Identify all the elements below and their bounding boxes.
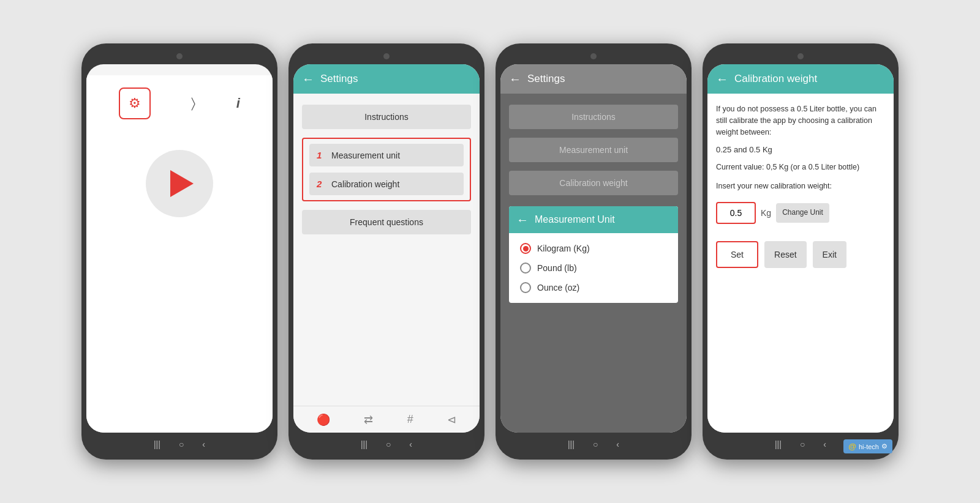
- nav-home-icon[interactable]: ○: [386, 439, 391, 449]
- phone1-camera: [176, 53, 183, 59]
- phone1-bottom-bar: ||| ○ ‹: [86, 435, 273, 453]
- reset-button[interactable]: Reset: [764, 241, 807, 268]
- phone2-bottom-nav: 🔴 ⇄ # ⊲: [293, 406, 480, 433]
- phone4-camera: [797, 53, 804, 59]
- instructions-button[interactable]: Instructions: [302, 105, 471, 129]
- change-unit-button[interactable]: Change Unit: [776, 203, 829, 223]
- nav-menu-icon[interactable]: |||: [568, 439, 575, 449]
- nav-home-icon[interactable]: ○: [593, 439, 598, 449]
- phone4-header-title: Calibration weight: [734, 73, 817, 85]
- radio-option-lb[interactable]: Pound (lb): [520, 263, 667, 274]
- phone2-header-title: Settings: [320, 73, 358, 85]
- calibration-weight-item[interactable]: 2 Calibration weight: [309, 173, 464, 195]
- radio-option-kg[interactable]: Kilogram (Kg): [520, 243, 667, 254]
- item2-label: Calibration weight: [331, 179, 399, 189]
- phone1-top-bar: [86, 50, 273, 63]
- measurement-unit-popup: ← Measurement Unit Kilogram (Kg) Pound (…: [509, 206, 678, 303]
- radio-outer-lb[interactable]: [520, 263, 531, 274]
- nav-home-icon[interactable]: ○: [179, 439, 184, 449]
- play-triangle-icon: [170, 170, 194, 197]
- set-button[interactable]: Set: [716, 241, 758, 268]
- phone3-calibration-btn: Calibration weight: [509, 171, 678, 195]
- phone2-screen: ← Settings Instructions 1 Measurement un…: [293, 64, 480, 433]
- measurement-unit-item[interactable]: 1 Measurement unit: [309, 144, 464, 166]
- calibration-unit-label: Kg: [761, 208, 771, 218]
- phone1-status-bar: [86, 64, 273, 75]
- popup-back-arrow[interactable]: ←: [516, 213, 529, 227]
- info-icon[interactable]: i: [236, 95, 240, 111]
- phone1-top-icons: ⚙ 〉 i: [99, 88, 260, 119]
- calibration-current-value: Current value: 0,5 Kg (or a 0.5 Liter bo…: [716, 162, 885, 173]
- radio-outer-kg[interactable]: [520, 243, 531, 254]
- phone4-screen: ← Calibration weight If you do not posse…: [707, 64, 894, 433]
- item1-label: Measurement unit: [331, 151, 400, 160]
- bottom-nav-share-icon[interactable]: ⊲: [447, 413, 456, 427]
- share-icon[interactable]: 〉: [191, 95, 195, 111]
- phone-1: ⚙ 〉 i ||| ○ ‹: [81, 43, 277, 460]
- item2-number: 2: [317, 179, 325, 189]
- watermark: @ hi-tech ⚙: [843, 439, 892, 453]
- phone1-screen: ⚙ 〉 i: [86, 64, 273, 433]
- phone4-header: ← Calibration weight: [707, 64, 894, 94]
- bottom-nav-hash-icon[interactable]: #: [407, 413, 413, 426]
- bottom-nav-transfer-icon[interactable]: ⇄: [364, 413, 373, 427]
- nav-back-icon[interactable]: ‹: [616, 439, 619, 449]
- phone2-content: Instructions 1 Measurement unit 2 Calibr…: [293, 94, 480, 406]
- phone1-content: ⚙ 〉 i: [86, 75, 273, 433]
- watermark-at-symbol: @: [848, 442, 856, 451]
- phone3-back-arrow: ←: [509, 72, 521, 86]
- phone2-top-bar: [293, 50, 480, 63]
- phone-4: ← Calibration weight If you do not posse…: [703, 43, 899, 460]
- phone2-header: ← Settings: [293, 64, 480, 94]
- phone4-back-arrow[interactable]: ←: [716, 72, 728, 86]
- phone3-header-title: Settings: [527, 73, 565, 85]
- bottom-nav-flag-icon[interactable]: 🔴: [317, 413, 330, 427]
- calibration-description: If you do not possess a 0.5 Liter bottle…: [716, 103, 885, 138]
- phone4-content: If you do not possess a 0.5 Liter bottle…: [707, 94, 894, 433]
- calibration-input[interactable]: [716, 202, 756, 224]
- phone2-bottom-bar: ||| ○ ‹: [293, 435, 480, 453]
- phone3-screen: ← Settings Instructions Measurement unit…: [500, 64, 687, 433]
- watermark-icon: ⚙: [881, 442, 888, 450]
- phone3-content: Instructions Measurement unit Calibratio…: [500, 94, 687, 433]
- gear-icon: ⚙: [129, 95, 141, 111]
- phone4-top-bar: [707, 50, 894, 63]
- nav-menu-icon[interactable]: |||: [775, 439, 782, 449]
- calibration-range: 0.25 and 0.5 Kg: [716, 145, 885, 154]
- exit-button[interactable]: Exit: [813, 241, 846, 268]
- phone3-header: ← Settings: [500, 64, 687, 94]
- nav-menu-icon[interactable]: |||: [361, 439, 368, 449]
- settings-group: 1 Measurement unit 2 Calibration weight: [302, 138, 471, 201]
- calibration-actions: Set Reset Exit: [716, 241, 885, 268]
- play-button[interactable]: [146, 150, 213, 217]
- nav-back-icon[interactable]: ‹: [409, 439, 412, 449]
- radio-outer-oz[interactable]: [520, 282, 531, 293]
- popup-header: ← Measurement Unit: [509, 206, 678, 233]
- radio-option-oz[interactable]: Ounce (oz): [520, 282, 667, 293]
- nav-menu-icon[interactable]: |||: [154, 439, 160, 449]
- phone2-camera: [383, 53, 390, 59]
- item1-number: 1: [317, 150, 325, 160]
- phone3-measurement-btn: Measurement unit: [509, 138, 678, 162]
- watermark-brand: hi-tech: [859, 443, 879, 450]
- phone-3: ← Settings Instructions Measurement unit…: [496, 43, 692, 460]
- calibration-insert-label: Insert your new calibration weight:: [716, 181, 885, 192]
- frequent-questions-button[interactable]: Frequent questions: [302, 210, 471, 234]
- nav-home-icon[interactable]: ○: [800, 439, 805, 449]
- phone3-instructions-btn: Instructions: [509, 105, 678, 129]
- radio-label-oz: Ounce (oz): [537, 283, 579, 292]
- phone3-top-bar: [500, 50, 687, 63]
- radio-inner-kg: [523, 246, 529, 252]
- settings-button[interactable]: ⚙: [119, 88, 151, 119]
- radio-label-lb: Pound (lb): [537, 263, 577, 273]
- nav-back-icon[interactable]: ‹: [823, 439, 826, 449]
- phone-2: ← Settings Instructions 1 Measurement un…: [288, 43, 484, 460]
- popup-body: Kilogram (Kg) Pound (lb) Ounce (oz): [509, 233, 678, 303]
- phone2-back-arrow[interactable]: ←: [302, 72, 314, 86]
- phone3-bottom-bar: ||| ○ ‹: [500, 435, 687, 453]
- popup-header-title: Measurement Unit: [535, 214, 615, 225]
- phone3-camera: [590, 53, 597, 59]
- nav-back-icon[interactable]: ‹: [202, 439, 205, 449]
- calibration-input-row: Kg Change Unit: [716, 202, 885, 224]
- radio-label-kg: Kilogram (Kg): [537, 244, 590, 253]
